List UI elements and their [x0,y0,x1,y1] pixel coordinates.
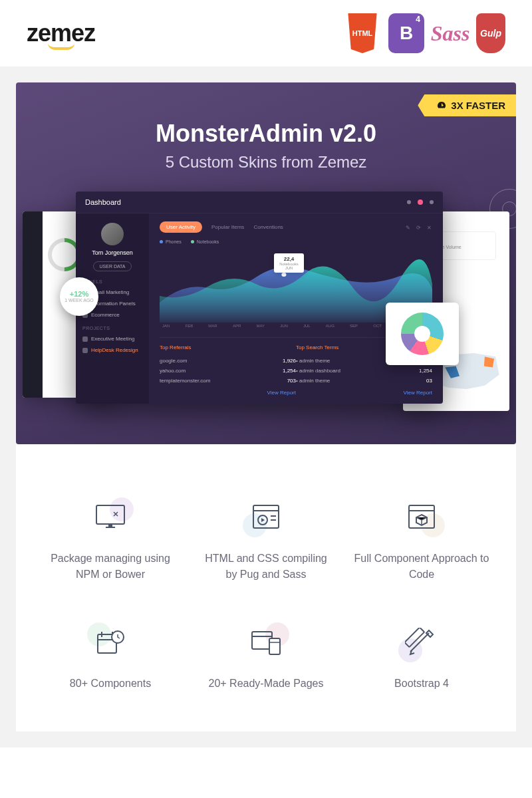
pie-chart-card [386,303,459,365]
dashboard-header: Dashboard [76,192,443,213]
svg-rect-18 [269,638,280,654]
view-report-link[interactable]: View Report [160,390,296,396]
sidebar-item[interactable]: HelpDesk Redesign [82,347,142,353]
notification-icon[interactable] [418,200,423,205]
feature-card: Bootstrap 4 [354,622,489,692]
growth-badge: +12% 1 WEEK AGO [60,277,98,316]
tooltip-value: 22,4 [279,256,299,262]
avatar[interactable] [101,223,124,245]
sidebar-section: PROJECTS [82,326,142,331]
feature-label: HTML and CSS compiling by Pug and Sass [198,551,334,583]
content-wrapper: 3X FASTER MonsterAdmin v2.0 5 Custom Ski… [0,66,532,747]
feature-label: Bootstrap 4 [354,676,489,692]
tab-user-activity[interactable]: User Activity [160,221,202,233]
feature-label: Full Component Approach to Code [354,551,489,583]
view-report-link[interactable]: View Report [296,390,432,396]
hero-section: 3X FASTER MonsterAdmin v2.0 5 Custom Ski… [16,82,516,444]
search-icon[interactable] [407,200,411,204]
feature-label: 20+ Ready-Made Pages [198,676,334,692]
ruler-pencil-icon [405,628,438,657]
feature-card: Full Component Approach to Code [354,497,489,583]
dashboard-sidebar: Tom Jorgensen USER DATA +12% 1 WEEK AGO … [76,213,149,404]
html5-icon: HTML [344,13,380,53]
svg-rect-20 [405,628,424,647]
edit-icon[interactable]: ✎ [406,225,411,230]
user-menu-icon[interactable] [430,200,434,204]
table-row: • admin dashboard1,254 [296,366,432,376]
svg-rect-1 [96,505,124,524]
bootstrap-icon: B [388,13,424,53]
page-header: zemez HTML B Sass Gulp [0,0,532,66]
feature-label: 80+ Components [43,676,178,692]
brand-logo[interactable]: zemez [27,19,95,47]
devices-icon [249,628,283,657]
pie-chart-icon [401,313,444,355]
svg-point-0 [281,273,286,277]
close-icon[interactable]: ✕ [427,225,432,230]
user-data-button[interactable]: USER DATA [93,261,131,271]
box-icon [405,503,438,532]
feature-card: HTML and CSS compiling by Pug and Sass [198,497,334,583]
sidebar-item[interactable]: Executive Meeting [82,336,142,342]
feature-card: 80+ Components [43,622,178,692]
tab-conventions[interactable]: Conventions [253,224,283,230]
table-row: • admin theme03 [296,376,432,386]
table-row: yahoo.com1,254 [160,366,296,376]
feature-card: Package managing using NPM or Bower [43,497,178,583]
svg-rect-2 [106,527,115,528]
dashboard-preview: 04,516 Production Volume Dashboard [23,192,509,444]
dashboard-content: User Activity Popular Items Conventions … [149,213,443,404]
chart-legend: Phones Notebooks [160,239,432,244]
user-name: Tom Jorgensen [82,249,142,256]
refresh-icon[interactable]: ⟳ [416,225,422,230]
area-chart: 22,4 Notebooks JUN [160,249,432,323]
dashboard-main: Dashboard Tom Jorgensen USER DATA +12% 1… [76,192,443,404]
gauge-icon [436,100,447,111]
growth-label: 1 WEEK AGO [65,298,94,303]
svg-rect-3 [108,524,112,527]
sidebar-item[interactable]: Ecommerce [82,312,142,318]
chart-tooltip: 22,4 Notebooks JUN [274,253,304,273]
hero-subtitle: 5 Custom Skins from Zemez [16,153,516,172]
tooltip-period: JUN [279,266,299,270]
browser-play-icon [249,503,283,532]
faster-label: 3X FASTER [451,100,505,111]
monitor-icon [94,503,127,532]
dashboard-title: Dashboard [85,198,121,206]
feature-card: 20+ Ready-Made Pages [198,622,334,692]
legend-item: Notebooks [191,239,219,244]
gulp-icon: Gulp [476,13,505,53]
chart-tabs: User Activity Popular Items Conventions … [160,221,432,233]
table-title: Top Referrals [160,344,296,350]
growth-value: +12% [70,290,88,298]
sass-icon: Sass [432,13,468,53]
referrals-table: Top Referrals google.com1,926 yahoo.com1… [160,344,296,396]
features-section: Package managing using NPM or Bower HTML… [16,444,516,732]
table-row: templatemonster.com703 [160,376,296,386]
legend-item: Phones [160,239,182,244]
faster-badge: 3X FASTER [418,94,516,116]
tab-popular-items[interactable]: Popular Items [211,224,244,230]
table-row: google.com1,926 [160,356,296,366]
feature-label: Package managing using NPM or Bower [43,551,178,583]
tech-badges: HTML B Sass Gulp [344,13,505,53]
calendar-clock-icon [94,628,127,657]
